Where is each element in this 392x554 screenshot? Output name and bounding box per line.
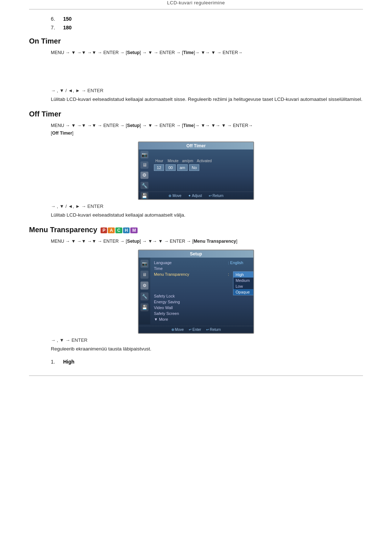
dropdown-item-low: Low xyxy=(233,283,254,289)
setup-label-energy: Energy Saving xyxy=(154,300,250,304)
setup-sidebar-icon-4: 🔧 xyxy=(140,292,148,300)
list-item-6: 6. 150 xyxy=(51,16,363,22)
badge-h: H xyxy=(123,227,130,233)
col-ampm: am/pm xyxy=(182,159,193,163)
setup-osd-footer: ⊕ Move ↵ Enter ↩ Return xyxy=(139,326,253,333)
setup-row-video-wall: Video Wall xyxy=(154,305,250,311)
setup-row-language: Language : English xyxy=(154,260,250,266)
dropdown-item-high: High xyxy=(233,272,254,278)
off-timer-osd-sidebar: 📷 🖥 ⚙ 🔧 💾 xyxy=(139,142,150,199)
footer-return: ↩ Return xyxy=(209,194,224,198)
sidebar-icon-5: 💾 xyxy=(140,192,148,199)
off-timer-osd-content: Hour Minute am/pm Activated 12 00 am No xyxy=(150,149,217,189)
on-timer-menu-path: MENU → ▼ →▼ →▼ → ENTER → [Setup] → ▼ → E… xyxy=(51,49,363,57)
setup-row-more: ▼ More xyxy=(154,316,250,322)
badge-p: P xyxy=(101,227,107,233)
col-minute: Minute xyxy=(168,159,179,163)
sidebar-icon-1: 📷 xyxy=(140,151,148,158)
list-val-6: 150 xyxy=(63,16,72,22)
menu-transparency-description: Reguleerib ekraanimenüü tausta läbipaist… xyxy=(51,345,363,353)
off-timer-osd: Off Timer 📷 🖥 ⚙ 🔧 💾 Hour Minute am/pm xyxy=(138,141,254,200)
cell-hour: 12 xyxy=(154,164,164,171)
setup-osd-body: 📷 🖥 ⚙ 🔧 💾 Language : English Time xyxy=(139,258,253,324)
setup-label-more: ▼ More xyxy=(154,317,250,321)
col-activated: Activated xyxy=(197,159,212,163)
setup-row-time: Time xyxy=(154,266,250,271)
footer-adjust: ✦ Adjust xyxy=(188,194,202,198)
setup-sidebar-icon-1: 📷 xyxy=(140,260,148,268)
dropdown-item-opaque: Opaque xyxy=(233,289,254,295)
setup-footer-enter: ↵ Enter xyxy=(189,328,201,332)
setup-sidebar-icon-2: 🖥 xyxy=(140,271,148,279)
menu-transparency-arrow-line: → , ▼ → ENTER xyxy=(51,337,363,343)
menu-transparency-menu-path: MENU → ▼ →▼ →▼ → ENTER → [Setup] → ▼→ ▼ … xyxy=(51,238,363,245)
col-hour: Hour xyxy=(155,159,163,163)
sidebar-icon-3: ⚙ xyxy=(140,172,148,179)
setup-val-language: : English xyxy=(228,260,250,265)
list-val-7: 180 xyxy=(63,25,72,30)
off-timer-arrow-line: → , ▼ / ◄, ► → ENTER xyxy=(51,204,363,209)
setup-label-time: Time xyxy=(154,266,228,271)
setup-footer-return: ↩ Return xyxy=(206,328,221,332)
sidebar-icon-2: 🖥 xyxy=(140,161,148,169)
setup-osd-content: Language : English Time Menu Transparenc… xyxy=(150,258,253,324)
on-timer-heading: On Timer xyxy=(29,37,363,45)
badge-c: C xyxy=(115,227,122,233)
list-num-7: 7. xyxy=(51,25,62,30)
cell-ampm: am xyxy=(177,164,188,171)
off-timer-osd-wrapper: Off Timer 📷 🖥 ⚙ 🔧 💾 Hour Minute am/pm xyxy=(29,141,363,200)
setup-dropdown: High Medium Low Opaque xyxy=(233,271,254,295)
list-num-6: 6. xyxy=(51,16,62,22)
setup-osd-sidebar: 📷 🖥 ⚙ 🔧 💾 xyxy=(139,258,150,324)
setup-label-transparency: Menu Transparency xyxy=(154,272,228,276)
numbered-list-top: 6. 150 7. 180 xyxy=(51,16,363,30)
top-divider xyxy=(29,9,363,9)
setup-sidebar-icon-5: 💾 xyxy=(140,303,148,311)
list-val-high: High xyxy=(63,359,74,365)
cell-minute: 00 xyxy=(166,164,176,171)
off-timer-table-header: Hour Minute am/pm Activated xyxy=(155,159,212,163)
setup-osd-title: Setup xyxy=(139,250,253,258)
menu-transparency-osd-wrapper: Setup 📷 🖥 ⚙ 🔧 💾 Language : English Time xyxy=(29,250,363,334)
bottom-divider xyxy=(29,376,363,376)
badge-a: A xyxy=(108,227,115,233)
menu-transparency-heading: Menu Transparency P A C H M xyxy=(29,226,363,234)
cell-activated: No xyxy=(189,164,199,171)
menu-transparency-osd: Setup 📷 🖥 ⚙ 🔧 💾 Language : English Time xyxy=(138,250,254,334)
list-item-high: 1. High xyxy=(51,359,363,365)
on-timer-arrow-line: → , ▼ / ◄, ► → ENTER xyxy=(51,88,363,93)
sidebar-icon-4: 🔧 xyxy=(140,182,148,189)
setup-footer-move: ⊕ Move xyxy=(171,328,184,332)
setup-val-transparency: : High Medium Low Opaque xyxy=(228,272,250,276)
off-timer-table-row: 12 00 am No xyxy=(154,164,212,171)
off-timer-description: Lülitab LCD-kuvari eelseadistatud kellaa… xyxy=(51,211,363,219)
setup-label-language: Language xyxy=(154,260,228,265)
setup-row-transparency: Menu Transparency : High Medium Low Opaq… xyxy=(154,271,250,277)
off-timer-heading: Off Timer xyxy=(29,110,363,118)
setup-row-energy: Energy Saving xyxy=(154,299,250,305)
dropdown-item-medium: Medium xyxy=(233,278,254,283)
setup-sidebar-icon-3: ⚙ xyxy=(140,282,148,290)
setup-row-safety-screen: Safety Screen xyxy=(154,311,250,316)
on-timer-description: Lülitab LCD-kuvari eelseadistatud kellaa… xyxy=(51,95,363,103)
footer-move: ⊕ Move xyxy=(168,194,181,198)
off-timer-menu-path: MENU → ▼ →▼ →▼ → ENTER → [Setup] → ▼ → E… xyxy=(51,122,363,138)
setup-label-video-wall: Video Wall xyxy=(154,305,250,310)
off-timer-osd-title: Off Timer xyxy=(139,142,253,149)
badge-m: M xyxy=(130,227,138,233)
setup-label-safety-screen: Safety Screen xyxy=(154,311,250,316)
list-item-7: 7. 180 xyxy=(51,25,363,30)
page-title: LCD-kuvari reguleerimine xyxy=(29,0,363,5)
list-num-high: 1. xyxy=(51,359,62,365)
numbered-list-bottom: 1. High xyxy=(51,359,363,365)
badge-row: P A C H M xyxy=(101,227,138,233)
off-timer-osd-footer: ⊕ Move ✦ Adjust ↩ Return xyxy=(139,192,253,199)
